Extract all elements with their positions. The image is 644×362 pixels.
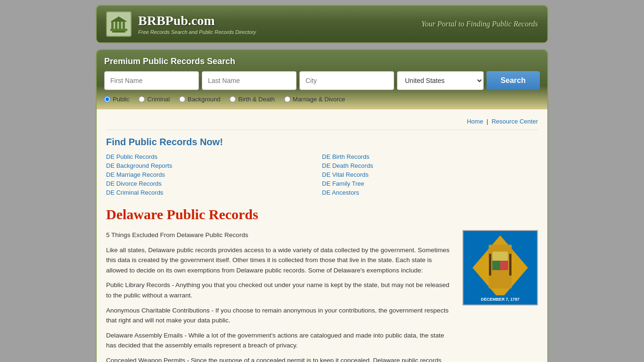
- svg-text:DECEMBER 7, 1787: DECEMBER 7, 1787: [481, 297, 520, 302]
- link-de-family-tree[interactable]: DE Family Tree: [322, 179, 538, 188]
- site-subtitle: Free Records Search and Public Records D…: [138, 29, 256, 35]
- radio-criminal[interactable]: Criminal: [139, 96, 170, 103]
- svg-rect-6: [112, 31, 125, 33]
- links-col1: DE Public Records DE Background Reports …: [106, 152, 322, 197]
- search-inputs-row: United States Canada United Kingdom Sear…: [104, 71, 540, 90]
- svg-rect-2: [115, 22, 117, 29]
- record-type-radio-group: Public Criminal Background Birth & Death…: [104, 94, 540, 104]
- link-de-background-reports[interactable]: DE Background Reports: [106, 161, 322, 170]
- link-de-birth-records[interactable]: DE Birth Records: [322, 152, 538, 161]
- site-logo-icon: [106, 11, 132, 37]
- svg-rect-4: [123, 22, 125, 29]
- svg-rect-0: [110, 29, 127, 31]
- radio-public[interactable]: Public: [104, 96, 129, 103]
- article-para-2: Public Library Records - Anything you th…: [106, 280, 453, 300]
- find-records-title: Find Public Records Now!: [106, 137, 538, 148]
- search-section-title: Premium Public Records Search: [104, 57, 540, 66]
- svg-rect-11: [492, 252, 508, 261]
- radio-birth-death[interactable]: Birth & Death: [230, 96, 274, 103]
- breadcrumb: Home | Resource Center: [106, 115, 538, 130]
- search-button[interactable]: Search: [487, 71, 540, 90]
- svg-marker-5: [110, 16, 127, 22]
- site-header: BRBPub.com Free Records Search and Publi…: [96, 5, 548, 43]
- svg-point-15: [487, 248, 493, 254]
- site-name: BRBPub.com: [138, 13, 256, 28]
- article-para-3: Anonymous Charitable Contributions - If …: [106, 305, 453, 326]
- header-brand: BRBPub.com Free Records Search and Publi…: [138, 13, 256, 35]
- header-tagline: Your Portal to Finding Public Records: [421, 20, 538, 28]
- first-name-input[interactable]: [104, 71, 199, 90]
- link-de-marriage-records[interactable]: DE Marriage Records: [106, 170, 322, 179]
- svg-rect-12: [492, 261, 500, 270]
- svg-point-17: [508, 248, 513, 254]
- link-de-ancestors[interactable]: DE Ancestors: [322, 188, 538, 197]
- content-area: Home | Resource Center Find Public Recor…: [97, 109, 547, 362]
- article-para-5: Concealed Weapon Permits - Since the pur…: [106, 355, 453, 362]
- state-article-title: Delaware Public Records: [106, 206, 538, 222]
- link-de-divorce-records[interactable]: DE Divorce Records: [106, 179, 322, 188]
- state-flag-image: DECEMBER 7, 1787: [462, 230, 538, 305]
- article-text: 5 Things Excluded From Delaware Public R…: [106, 230, 453, 362]
- header-left: BRBPub.com Free Records Search and Publi…: [106, 11, 256, 37]
- link-de-public-records[interactable]: DE Public Records: [106, 152, 322, 161]
- search-section: Premium Public Records Search United Sta…: [97, 50, 547, 109]
- article-intro-heading: 5 Things Excluded From Delaware Public R…: [106, 230, 453, 240]
- article-para-4: Delaware Assembly Emails - While a lot o…: [106, 330, 453, 351]
- article-layout: 5 Things Excluded From Delaware Public R…: [106, 230, 538, 362]
- svg-rect-1: [111, 22, 114, 29]
- last-name-input[interactable]: [202, 71, 297, 90]
- main-container: Premium Public Records Search United Sta…: [96, 49, 548, 362]
- records-links-grid: DE Public Records DE Background Reports …: [106, 152, 538, 197]
- svg-rect-3: [119, 22, 121, 29]
- link-de-criminal-records[interactable]: DE Criminal Records: [106, 188, 322, 197]
- breadcrumb-resource-link[interactable]: Resource Center: [492, 118, 538, 125]
- radio-marriage-divorce[interactable]: Marriage & Divorce: [284, 96, 345, 103]
- link-de-death-records[interactable]: DE Death Records: [322, 161, 538, 170]
- link-de-vital-records[interactable]: DE Vital Records: [322, 170, 538, 179]
- article-para-1: Like all states, Delaware public records…: [106, 245, 453, 276]
- city-input[interactable]: [299, 71, 394, 90]
- links-col2: DE Birth Records DE Death Records DE Vit…: [322, 152, 538, 197]
- svg-rect-13: [500, 261, 508, 270]
- radio-background[interactable]: Background: [179, 96, 220, 103]
- breadcrumb-home-link[interactable]: Home: [467, 118, 483, 125]
- country-select[interactable]: United States Canada United Kingdom: [397, 71, 484, 90]
